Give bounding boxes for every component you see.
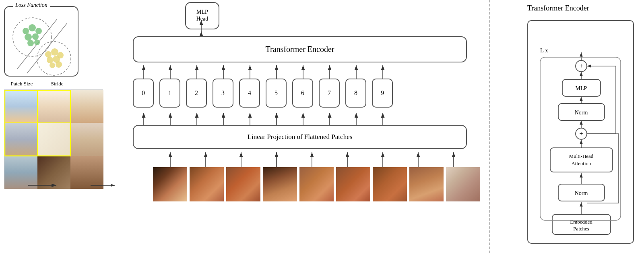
patch-size-label: Patch Size — [4, 81, 39, 87]
lx-label: L x — [540, 47, 548, 54]
svg-point-17 — [56, 61, 62, 68]
token-0: 0 — [133, 79, 154, 108]
token-6: 6 — [292, 79, 313, 108]
svg-rect-63 — [550, 148, 613, 172]
img-cell-6 — [70, 123, 103, 156]
svg-point-11 — [45, 51, 52, 58]
main-container: Loss Function — [0, 0, 644, 253]
face-patch-6 — [336, 167, 370, 201]
face-patch-8 — [409, 167, 444, 201]
svg-text:+: + — [579, 62, 583, 69]
patches-row — [153, 167, 480, 201]
token-3: 3 — [213, 79, 233, 108]
vertical-divider — [489, 0, 490, 253]
img-cell-9 — [70, 156, 103, 189]
face-patch-5 — [299, 167, 334, 201]
transformer-encoder-box: Transformer Encoder — [133, 36, 467, 62]
loss-function-box: Loss Function — [4, 6, 78, 77]
svg-point-9 — [34, 39, 40, 45]
svg-text:+: + — [579, 130, 583, 137]
svg-point-14 — [47, 57, 53, 63]
linear-proj-box: Linear Projection of Flattened Patches — [133, 125, 467, 149]
stride-label: Stride — [39, 81, 75, 87]
svg-point-3 — [23, 28, 29, 34]
svg-point-16 — [50, 62, 55, 68]
svg-point-5 — [35, 28, 42, 34]
img-cell-8 — [37, 156, 70, 189]
tokens-row: 0 1 2 3 4 5 6 7 8 9 — [133, 79, 393, 108]
mlp-head-box: MLP Head — [185, 2, 219, 29]
transformer-diagram-box: L x Embedded Patches Norm — [527, 20, 634, 244]
svg-point-8 — [27, 40, 34, 46]
mlp-head-label: MLP Head — [196, 9, 208, 23]
img-cell-1 — [4, 90, 37, 123]
token-2: 2 — [186, 79, 207, 108]
right-section: Transformer Encoder L x Embedded Patches — [519, 0, 644, 253]
svg-text:Attention: Attention — [571, 160, 591, 166]
middle-section: MLP Head Transformer Encoder 0 1 2 3 4 5… — [113, 0, 519, 253]
svg-text:Embedded: Embedded — [570, 219, 592, 225]
face-patch-3 — [226, 167, 260, 201]
img-cell-2 — [37, 90, 70, 123]
svg-text:Multi-Head: Multi-Head — [569, 153, 594, 159]
svg-point-4 — [29, 24, 36, 31]
token-1: 1 — [159, 79, 180, 108]
face-patch-4 — [263, 167, 297, 201]
token-4: 4 — [239, 79, 260, 108]
transformer-title: Transformer Encoder — [527, 4, 589, 12]
svg-text:MLP: MLP — [576, 85, 587, 91]
img-cell-5 — [37, 123, 70, 156]
face-patch-7 — [373, 167, 407, 201]
svg-text:Patches: Patches — [573, 226, 589, 232]
linear-proj-label: Linear Projection of Flattened Patches — [248, 133, 353, 141]
svg-point-7 — [32, 33, 39, 40]
token-5: 5 — [266, 79, 287, 108]
image-grid — [4, 89, 103, 189]
svg-text:Norm: Norm — [575, 190, 588, 196]
token-8: 8 — [345, 79, 366, 108]
img-cell-7 — [4, 156, 37, 189]
svg-text:Norm: Norm — [575, 110, 588, 116]
img-cell-4 — [4, 123, 37, 156]
face-patch-9 — [446, 167, 480, 201]
token-7: 7 — [319, 79, 340, 108]
svg-point-6 — [25, 33, 32, 41]
patch-stride-labels: Patch Size Stride — [4, 81, 75, 87]
token-9: 9 — [372, 79, 393, 108]
img-cell-3 — [70, 90, 103, 123]
loss-circles-container — [5, 7, 78, 76]
face-patch-1 — [153, 167, 187, 201]
face-patch-2 — [190, 167, 224, 201]
transformer-encoder-label: Transformer Encoder — [266, 45, 334, 54]
left-section: Loss Function — [0, 0, 113, 253]
